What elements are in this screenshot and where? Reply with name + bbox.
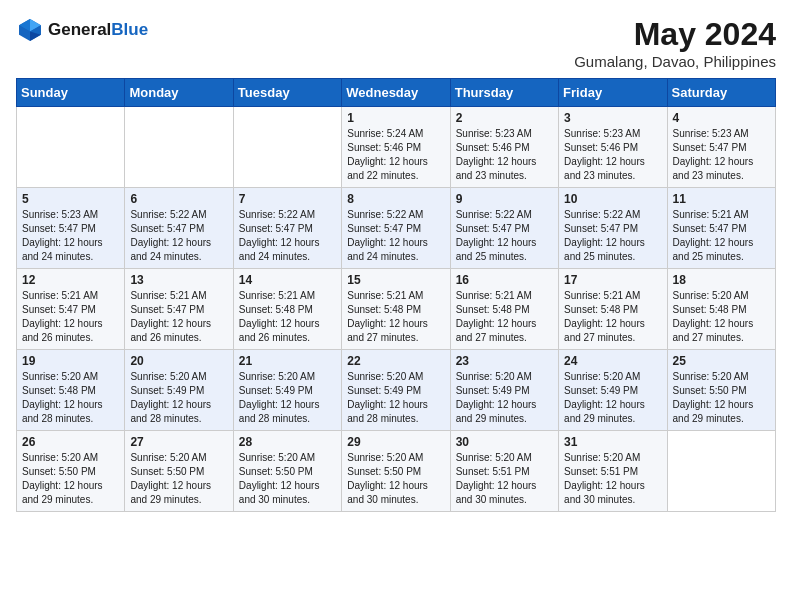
calendar-cell: 10Sunrise: 5:22 AM Sunset: 5:47 PM Dayli… <box>559 188 667 269</box>
calendar-cell <box>125 107 233 188</box>
day-number: 26 <box>22 435 119 449</box>
day-number: 2 <box>456 111 553 125</box>
calendar-cell: 19Sunrise: 5:20 AM Sunset: 5:48 PM Dayli… <box>17 350 125 431</box>
day-number: 15 <box>347 273 444 287</box>
calendar-cell: 7Sunrise: 5:22 AM Sunset: 5:47 PM Daylig… <box>233 188 341 269</box>
calendar-cell: 25Sunrise: 5:20 AM Sunset: 5:50 PM Dayli… <box>667 350 775 431</box>
calendar-table: SundayMondayTuesdayWednesdayThursdayFrid… <box>16 78 776 512</box>
calendar-cell: 12Sunrise: 5:21 AM Sunset: 5:47 PM Dayli… <box>17 269 125 350</box>
day-info: Sunrise: 5:21 AM Sunset: 5:48 PM Dayligh… <box>456 289 553 345</box>
calendar-cell: 11Sunrise: 5:21 AM Sunset: 5:47 PM Dayli… <box>667 188 775 269</box>
col-header-friday: Friday <box>559 79 667 107</box>
day-number: 17 <box>564 273 661 287</box>
logo-general-text: General <box>48 20 111 39</box>
day-number: 5 <box>22 192 119 206</box>
calendar-cell: 20Sunrise: 5:20 AM Sunset: 5:49 PM Dayli… <box>125 350 233 431</box>
day-info: Sunrise: 5:20 AM Sunset: 5:50 PM Dayligh… <box>130 451 227 507</box>
calendar-cell: 18Sunrise: 5:20 AM Sunset: 5:48 PM Dayli… <box>667 269 775 350</box>
day-number: 30 <box>456 435 553 449</box>
day-info: Sunrise: 5:20 AM Sunset: 5:51 PM Dayligh… <box>564 451 661 507</box>
day-number: 23 <box>456 354 553 368</box>
logo-icon <box>16 16 44 44</box>
calendar-cell: 22Sunrise: 5:20 AM Sunset: 5:49 PM Dayli… <box>342 350 450 431</box>
calendar-cell: 13Sunrise: 5:21 AM Sunset: 5:47 PM Dayli… <box>125 269 233 350</box>
day-info: Sunrise: 5:20 AM Sunset: 5:49 PM Dayligh… <box>456 370 553 426</box>
day-number: 19 <box>22 354 119 368</box>
day-number: 1 <box>347 111 444 125</box>
calendar-cell: 5Sunrise: 5:23 AM Sunset: 5:47 PM Daylig… <box>17 188 125 269</box>
col-header-monday: Monday <box>125 79 233 107</box>
day-number: 24 <box>564 354 661 368</box>
calendar-cell: 21Sunrise: 5:20 AM Sunset: 5:49 PM Dayli… <box>233 350 341 431</box>
calendar-cell: 9Sunrise: 5:22 AM Sunset: 5:47 PM Daylig… <box>450 188 558 269</box>
day-info: Sunrise: 5:20 AM Sunset: 5:50 PM Dayligh… <box>22 451 119 507</box>
day-info: Sunrise: 5:23 AM Sunset: 5:47 PM Dayligh… <box>673 127 770 183</box>
calendar-cell <box>667 431 775 512</box>
day-info: Sunrise: 5:23 AM Sunset: 5:46 PM Dayligh… <box>564 127 661 183</box>
col-header-sunday: Sunday <box>17 79 125 107</box>
calendar-week-row: 19Sunrise: 5:20 AM Sunset: 5:48 PM Dayli… <box>17 350 776 431</box>
calendar-cell: 2Sunrise: 5:23 AM Sunset: 5:46 PM Daylig… <box>450 107 558 188</box>
calendar-cell: 6Sunrise: 5:22 AM Sunset: 5:47 PM Daylig… <box>125 188 233 269</box>
day-info: Sunrise: 5:22 AM Sunset: 5:47 PM Dayligh… <box>347 208 444 264</box>
calendar-week-row: 12Sunrise: 5:21 AM Sunset: 5:47 PM Dayli… <box>17 269 776 350</box>
col-header-wednesday: Wednesday <box>342 79 450 107</box>
day-info: Sunrise: 5:20 AM Sunset: 5:50 PM Dayligh… <box>347 451 444 507</box>
day-info: Sunrise: 5:22 AM Sunset: 5:47 PM Dayligh… <box>456 208 553 264</box>
calendar-cell: 27Sunrise: 5:20 AM Sunset: 5:50 PM Dayli… <box>125 431 233 512</box>
day-info: Sunrise: 5:21 AM Sunset: 5:48 PM Dayligh… <box>564 289 661 345</box>
day-number: 7 <box>239 192 336 206</box>
day-number: 12 <box>22 273 119 287</box>
calendar-cell: 26Sunrise: 5:20 AM Sunset: 5:50 PM Dayli… <box>17 431 125 512</box>
day-number: 31 <box>564 435 661 449</box>
day-number: 22 <box>347 354 444 368</box>
day-info: Sunrise: 5:21 AM Sunset: 5:47 PM Dayligh… <box>22 289 119 345</box>
day-number: 27 <box>130 435 227 449</box>
calendar-cell: 15Sunrise: 5:21 AM Sunset: 5:48 PM Dayli… <box>342 269 450 350</box>
day-info: Sunrise: 5:20 AM Sunset: 5:50 PM Dayligh… <box>239 451 336 507</box>
day-number: 18 <box>673 273 770 287</box>
month-year-title: May 2024 <box>574 16 776 53</box>
calendar-week-row: 26Sunrise: 5:20 AM Sunset: 5:50 PM Dayli… <box>17 431 776 512</box>
calendar-cell: 31Sunrise: 5:20 AM Sunset: 5:51 PM Dayli… <box>559 431 667 512</box>
day-number: 9 <box>456 192 553 206</box>
day-info: Sunrise: 5:22 AM Sunset: 5:47 PM Dayligh… <box>239 208 336 264</box>
day-number: 11 <box>673 192 770 206</box>
day-info: Sunrise: 5:21 AM Sunset: 5:48 PM Dayligh… <box>239 289 336 345</box>
calendar-cell: 16Sunrise: 5:21 AM Sunset: 5:48 PM Dayli… <box>450 269 558 350</box>
calendar-cell: 3Sunrise: 5:23 AM Sunset: 5:46 PM Daylig… <box>559 107 667 188</box>
day-info: Sunrise: 5:20 AM Sunset: 5:48 PM Dayligh… <box>22 370 119 426</box>
day-info: Sunrise: 5:23 AM Sunset: 5:47 PM Dayligh… <box>22 208 119 264</box>
calendar-cell: 4Sunrise: 5:23 AM Sunset: 5:47 PM Daylig… <box>667 107 775 188</box>
calendar-cell <box>17 107 125 188</box>
day-number: 8 <box>347 192 444 206</box>
col-header-tuesday: Tuesday <box>233 79 341 107</box>
calendar-cell: 14Sunrise: 5:21 AM Sunset: 5:48 PM Dayli… <box>233 269 341 350</box>
col-header-saturday: Saturday <box>667 79 775 107</box>
day-number: 3 <box>564 111 661 125</box>
location-subtitle: Gumalang, Davao, Philippines <box>574 53 776 70</box>
day-number: 28 <box>239 435 336 449</box>
logo: GeneralBlue <box>16 16 148 44</box>
day-info: Sunrise: 5:20 AM Sunset: 5:49 PM Dayligh… <box>239 370 336 426</box>
day-info: Sunrise: 5:21 AM Sunset: 5:47 PM Dayligh… <box>130 289 227 345</box>
day-info: Sunrise: 5:20 AM Sunset: 5:50 PM Dayligh… <box>673 370 770 426</box>
day-info: Sunrise: 5:20 AM Sunset: 5:48 PM Dayligh… <box>673 289 770 345</box>
calendar-cell: 24Sunrise: 5:20 AM Sunset: 5:49 PM Dayli… <box>559 350 667 431</box>
day-info: Sunrise: 5:20 AM Sunset: 5:49 PM Dayligh… <box>564 370 661 426</box>
day-info: Sunrise: 5:20 AM Sunset: 5:49 PM Dayligh… <box>347 370 444 426</box>
day-info: Sunrise: 5:23 AM Sunset: 5:46 PM Dayligh… <box>456 127 553 183</box>
page-header: GeneralBlue May 2024 Gumalang, Davao, Ph… <box>16 16 776 70</box>
col-header-thursday: Thursday <box>450 79 558 107</box>
title-block: May 2024 Gumalang, Davao, Philippines <box>574 16 776 70</box>
calendar-cell <box>233 107 341 188</box>
logo-blue-text: Blue <box>111 20 148 39</box>
calendar-cell: 29Sunrise: 5:20 AM Sunset: 5:50 PM Dayli… <box>342 431 450 512</box>
day-number: 20 <box>130 354 227 368</box>
day-info: Sunrise: 5:20 AM Sunset: 5:49 PM Dayligh… <box>130 370 227 426</box>
calendar-cell: 30Sunrise: 5:20 AM Sunset: 5:51 PM Dayli… <box>450 431 558 512</box>
calendar-cell: 1Sunrise: 5:24 AM Sunset: 5:46 PM Daylig… <box>342 107 450 188</box>
calendar-header-row: SundayMondayTuesdayWednesdayThursdayFrid… <box>17 79 776 107</box>
calendar-week-row: 5Sunrise: 5:23 AM Sunset: 5:47 PM Daylig… <box>17 188 776 269</box>
day-number: 16 <box>456 273 553 287</box>
